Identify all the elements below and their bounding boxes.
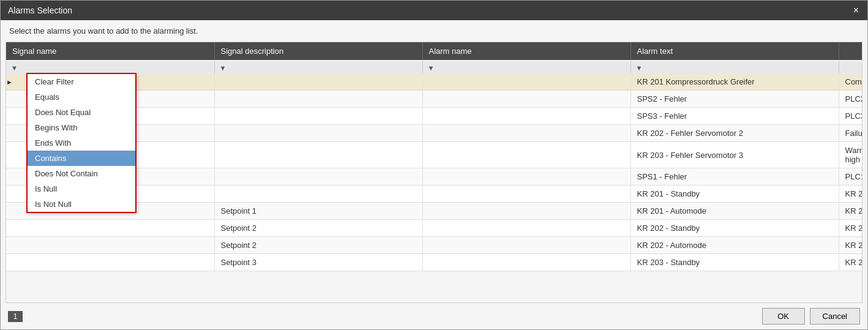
title-bar: Alarms Selection × xyxy=(1,1,867,20)
page-number: 1 xyxy=(8,311,23,322)
dropdown-item[interactable]: Contains xyxy=(28,151,135,166)
dropdown-item[interactable]: Does Not Equal xyxy=(28,105,135,120)
cell-signal_description xyxy=(422,237,630,254)
cell-alarm_text: Failure Servomotor 2 xyxy=(839,125,862,142)
cell-signal_description xyxy=(422,254,630,271)
cell-signal_description xyxy=(422,168,630,186)
cell-alarm_name: SPS1 - Fehler xyxy=(630,168,839,186)
cell-signal_description xyxy=(422,142,630,168)
cell-signal_description xyxy=(422,108,630,125)
filter-alarm-name[interactable]: ▼ xyxy=(422,61,630,75)
cell-alarm_name: KR 201 Kompressordruck Greifer xyxy=(630,73,839,91)
filter-icon-signal-name[interactable]: ▼ xyxy=(11,64,18,72)
table-row[interactable]: Setpoint 3KR 203 - StandbyKR 203 - Stand… xyxy=(6,254,862,271)
dropdown-item[interactable]: Clear Filter xyxy=(28,74,135,89)
cell-signal_name xyxy=(214,186,422,203)
col-header-alarm-text: Alarm text xyxy=(630,42,839,60)
cell-alarm_name: KR 203 - Fehler Servomotor 3 xyxy=(630,142,839,168)
dropdown-item[interactable]: Is Null xyxy=(28,181,135,197)
table-row[interactable]: Setpoint 2KR 202 - StandbyKR 202 - Stand… xyxy=(6,220,862,237)
cell-signal_name: Setpoint 1 xyxy=(214,203,422,220)
cell-signal_name xyxy=(214,108,422,125)
dropdown-item[interactable]: Begins With xyxy=(28,120,135,135)
cell-alarm_text: KR 203 - Standby xyxy=(839,254,862,271)
cell-alarm_text: KR 202 - Standby xyxy=(839,220,862,237)
filter-signal-desc[interactable]: ▼ xyxy=(214,61,422,75)
cell-alarm_name: KR 203 - Standby xyxy=(630,254,839,271)
cell-signal_description xyxy=(422,186,630,203)
table-header-row: Signal name Signal description Alarm nam… xyxy=(6,42,862,60)
close-button[interactable]: × xyxy=(852,6,860,15)
filter-alarm-text[interactable]: ▼ xyxy=(630,61,839,75)
cell-signal_description xyxy=(422,73,630,91)
cell-alarm_name: KR 202 - Automode xyxy=(630,237,839,254)
dropdown-item[interactable]: Ends With xyxy=(28,135,135,151)
row-indicator-col xyxy=(6,220,214,237)
cell-alarm_name: SPS3 - Fehler xyxy=(630,108,839,125)
dropdown-item[interactable]: Is Not Null xyxy=(28,197,135,212)
cell-signal_name xyxy=(214,168,422,186)
dialog-subtitle: Select the alarms you want to add to the… xyxy=(1,20,867,42)
col-header-signal-name: Signal name xyxy=(6,42,214,60)
cell-alarm_text: PLC2 Check Warning xyxy=(839,91,862,108)
cell-alarm_name: KR 201 - Automode xyxy=(630,203,839,220)
dialog-footer: 1 OK Cancel xyxy=(1,303,867,329)
filter-icon-alarm-text[interactable]: ▼ xyxy=(636,64,643,72)
filter-icon-alarm-name[interactable]: ▼ xyxy=(428,64,435,72)
cell-alarm_text: KR 201 - Standby xyxy=(839,186,862,203)
filter-icon-signal-desc[interactable]: ▼ xyxy=(220,64,226,72)
cell-alarm_text: Compressor pressure too low xyxy=(839,73,862,91)
cell-signal_description xyxy=(422,125,630,142)
row-indicator-col xyxy=(6,254,214,271)
footer-buttons: OK Cancel xyxy=(762,308,860,324)
alarms-selection-dialog: Alarms Selection × Select the alarms you… xyxy=(0,0,868,330)
cell-signal_name: Setpoint 2 xyxy=(214,237,422,254)
table-row[interactable]: Setpoint 2KR 202 - AutomodeKR 202 - Auto… xyxy=(6,237,862,254)
cell-alarm_text: KR 201 - Automode xyxy=(839,203,862,220)
col-header-signal-desc: Signal description xyxy=(214,42,422,60)
cell-alarm_text: PLC1 Check Warning --> CPU temp: ##1## xyxy=(839,168,862,186)
filter-dropdown-menu: Clear FilterEqualsDoes Not EqualBegins W… xyxy=(26,73,137,213)
cell-signal_name: Setpoint 3 xyxy=(214,254,422,271)
cell-signal_name xyxy=(214,73,422,91)
cell-alarm_name: SPS2 - Fehler xyxy=(630,91,839,108)
cell-signal_name xyxy=(214,125,422,142)
table-filter-row: ▼ ▼ ▼ ▼ xyxy=(6,60,862,73)
ok-button[interactable]: OK xyxy=(762,308,805,324)
cell-signal_description xyxy=(422,220,630,237)
row-indicator-col xyxy=(6,237,214,254)
cell-signal_description xyxy=(422,203,630,220)
cell-signal_name xyxy=(214,142,422,168)
cell-alarm_name: KR 201 - Standby xyxy=(630,186,839,203)
cell-alarm_text: KR 202 - Automode xyxy=(839,237,862,254)
dropdown-item[interactable]: Does Not Contain xyxy=(28,166,135,181)
col-header-alarm-name: Alarm name xyxy=(422,42,630,60)
cell-signal_name xyxy=(214,91,422,108)
cell-signal_description xyxy=(422,91,630,108)
dropdown-item[interactable]: Equals xyxy=(28,89,135,105)
dialog-title: Alarms Selection xyxy=(8,6,72,15)
cell-alarm_text: PLC3 Check Warning xyxy=(839,108,862,125)
cell-alarm_name: KR 202 - Standby xyxy=(630,220,839,237)
cancel-button[interactable]: Cancel xyxy=(810,308,860,324)
cell-alarm_name: KR 202 - Fehler Servomotor 2 xyxy=(630,125,839,142)
cell-alarm_text: Warning servomotor 3: input power is too… xyxy=(839,142,862,168)
cell-signal_name: Setpoint 2 xyxy=(214,220,422,237)
